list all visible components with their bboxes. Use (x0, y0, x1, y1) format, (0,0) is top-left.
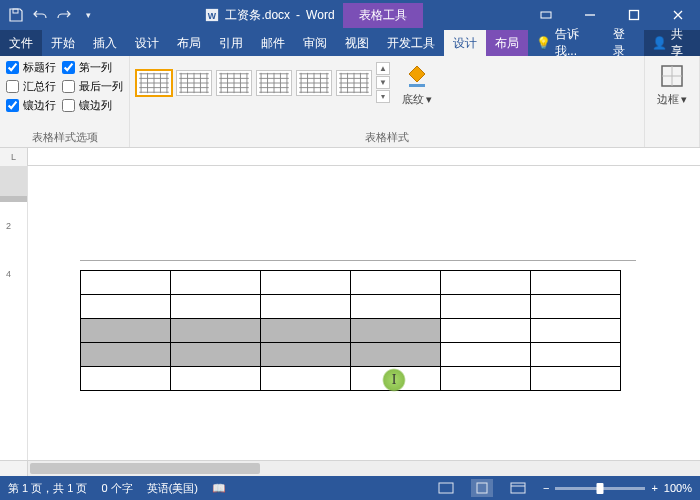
quick-access-toolbar: ▾ (0, 7, 104, 23)
word-doc-icon: W (205, 8, 219, 22)
tab-table-layout[interactable]: 布局 (486, 30, 528, 56)
tab-table-design[interactable]: 设计 (444, 30, 486, 56)
chevron-down-icon: ▾ (681, 93, 687, 106)
lightbulb-icon: 💡 (536, 36, 551, 50)
document-viewport[interactable] (28, 166, 700, 460)
option-label: 第一列 (79, 60, 112, 75)
group-table-style-options: 标题行汇总行镶边行 第一列最后一列镶边列 表格样式选项 (0, 56, 130, 147)
tab-developer[interactable]: 开发工具 (378, 30, 444, 56)
shading-icon (403, 62, 431, 90)
option-label: 标题行 (23, 60, 56, 75)
tab-view[interactable]: 视图 (336, 30, 378, 56)
gallery-nav-btn[interactable]: ▼ (376, 76, 390, 89)
zoom-out-icon[interactable]: − (543, 482, 549, 494)
table-row (81, 271, 621, 295)
svg-rect-0 (13, 9, 18, 13)
save-icon[interactable] (8, 7, 24, 23)
table-style-thumb[interactable] (136, 70, 172, 96)
table-row (81, 367, 621, 391)
signin-link[interactable]: 登录 (605, 30, 644, 56)
option-total-row[interactable]: 汇总行 (6, 79, 56, 94)
option-header-row[interactable]: 标题行 (6, 60, 56, 75)
svg-rect-5 (630, 11, 639, 20)
tab-references[interactable]: 引用 (210, 30, 252, 56)
ribbon-tabs: 文件 开始 插入 设计 布局 引用 邮件 审阅 视图 开发工具 设计 布局 💡告… (0, 30, 700, 56)
window-title: W 工资条.docx - Word 表格工具 (104, 3, 524, 28)
zoom-in-icon[interactable]: + (651, 482, 657, 494)
option-banded-rows[interactable]: 镶边行 (6, 98, 56, 113)
svg-rect-71 (477, 483, 487, 493)
view-read-icon[interactable] (435, 479, 457, 497)
qat-dropdown-icon[interactable]: ▾ (80, 7, 96, 23)
page (44, 178, 684, 460)
share-button[interactable]: 👤共享 (644, 30, 700, 56)
tab-design[interactable]: 设计 (126, 30, 168, 56)
option-label: 最后一列 (79, 79, 123, 94)
option-label: 镶边行 (23, 98, 56, 113)
table-row (81, 295, 621, 319)
status-word-count[interactable]: 0 个字 (101, 481, 132, 496)
table-styles-gallery[interactable]: ▲▼▾ (136, 58, 390, 103)
table-row (81, 319, 621, 343)
group-table-styles: ▲▼▾ 底纹▾ 表格样式 (130, 56, 645, 147)
svg-rect-70 (439, 483, 453, 493)
option-last-col[interactable]: 最后一列 (62, 79, 123, 94)
option-first-col[interactable]: 第一列 (62, 60, 123, 75)
document-table[interactable] (80, 270, 621, 391)
svg-rect-66 (409, 84, 425, 87)
table-style-thumb[interactable] (176, 70, 212, 96)
view-web-icon[interactable] (507, 479, 529, 497)
checkbox-banded-cols[interactable] (62, 99, 75, 112)
horizontal-scrollbar[interactable] (0, 460, 700, 476)
horizontal-ruler-row: L 24681012141618202224262830323436384042… (0, 148, 700, 166)
option-label: 镶边列 (79, 98, 112, 113)
gallery-nav-btn[interactable]: ▲ (376, 62, 390, 75)
table-style-thumb[interactable] (256, 70, 292, 96)
zoom-level[interactable]: 100% (664, 482, 692, 494)
table-style-thumb[interactable] (216, 70, 252, 96)
contextual-tab-label: 表格工具 (343, 3, 423, 28)
view-print-icon[interactable] (471, 479, 493, 497)
group-borders: 边框▾ (645, 56, 700, 147)
ribbon: 标题行汇总行镶边行 第一列最后一列镶边列 表格样式选项 ▲▼▾ 底纹▾ 表格样式… (0, 56, 700, 148)
shading-button[interactable]: 底纹▾ (396, 58, 438, 107)
undo-icon[interactable] (32, 7, 48, 23)
svg-text:W: W (208, 11, 217, 21)
ruler-corner: L (0, 148, 28, 166)
checkbox-banded-rows[interactable] (6, 99, 19, 112)
zoom-slider[interactable] (555, 487, 645, 490)
tab-review[interactable]: 审阅 (294, 30, 336, 56)
svg-rect-72 (511, 483, 525, 493)
table-style-thumb[interactable] (336, 70, 372, 96)
group-label-styles: 表格样式 (136, 128, 638, 147)
app-name: Word (306, 8, 334, 22)
checkbox-first-col[interactable] (62, 61, 75, 74)
status-proofing-icon[interactable]: 📖 (212, 482, 226, 495)
tell-me[interactable]: 💡告诉我... (528, 30, 605, 56)
tab-layout[interactable]: 布局 (168, 30, 210, 56)
borders-icon (658, 62, 686, 90)
gallery-nav-btn[interactable]: ▾ (376, 90, 390, 103)
scrollbar-thumb[interactable] (30, 463, 260, 474)
document-name: 工资条.docx (225, 7, 290, 24)
chevron-down-icon: ▾ (426, 93, 432, 106)
work-area: 24 (0, 166, 700, 460)
tab-home[interactable]: 开始 (42, 30, 84, 56)
svg-rect-3 (541, 12, 551, 18)
borders-button[interactable]: 边框▾ (651, 58, 693, 107)
status-page[interactable]: 第 1 页，共 1 页 (8, 481, 87, 496)
option-label: 汇总行 (23, 79, 56, 94)
checkbox-last-col[interactable] (62, 80, 75, 93)
table-style-thumb[interactable] (296, 70, 332, 96)
vertical-ruler[interactable]: 24 (0, 166, 28, 460)
option-banded-cols[interactable]: 镶边列 (62, 98, 123, 113)
redo-icon[interactable] (56, 7, 72, 23)
status-language[interactable]: 英语(美国) (147, 481, 198, 496)
zoom-control[interactable]: − + 100% (543, 482, 692, 494)
tab-insert[interactable]: 插入 (84, 30, 126, 56)
share-icon: 👤 (652, 36, 667, 50)
tab-mailings[interactable]: 邮件 (252, 30, 294, 56)
checkbox-total-row[interactable] (6, 80, 19, 93)
tab-file[interactable]: 文件 (0, 30, 42, 56)
checkbox-header-row[interactable] (6, 61, 19, 74)
